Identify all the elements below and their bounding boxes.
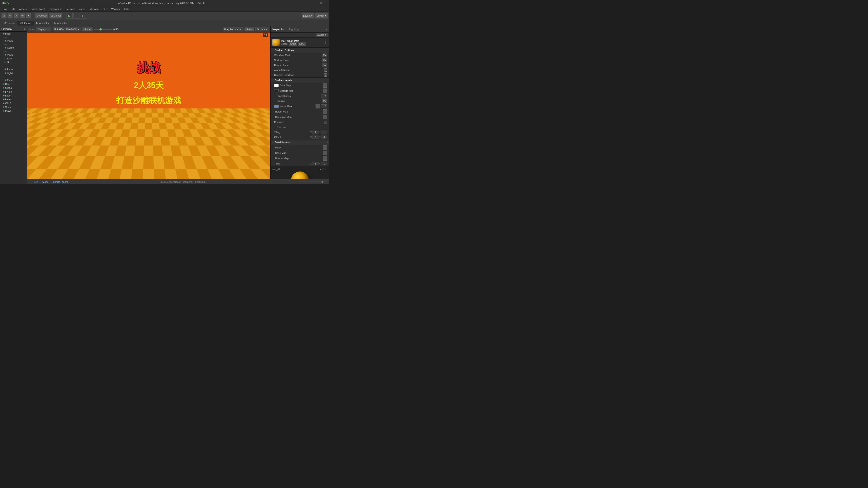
occlusion-map-texture[interactable] [323, 115, 327, 119]
hierarchy-item-game[interactable]: ◈ Game [0, 46, 27, 50]
tab-animation[interactable]: ▶ Animation [52, 21, 71, 25]
transform-rotate-tool[interactable]: ↺ [7, 13, 13, 19]
detail-tiling-x-input[interactable] [312, 162, 318, 165]
offset-x-input[interactable] [312, 135, 318, 139]
normal-map-swatch[interactable] [274, 105, 279, 108]
alpha-clipping-checkbox[interactable] [324, 68, 327, 72]
transform-all-tool[interactable]: ✦ [26, 13, 31, 19]
hierarchy-item-player3[interactable]: ◈ Playe [0, 67, 27, 71]
normal-map-texture[interactable] [315, 104, 320, 108]
hierarchy-item-global[interactable]: ◈ Globa [0, 86, 27, 90]
receive-shadows-checkbox[interactable]: ✓ [324, 73, 327, 76]
surface-inputs-header[interactable]: ▼ Surface Inputs [271, 78, 329, 83]
hierarchy-item-fx[interactable]: ◈ FX-sh [0, 90, 27, 94]
tiling-x-input[interactable] [312, 131, 318, 134]
pause-button[interactable]: ⏸ [73, 13, 80, 19]
hierarchy-item-player1[interactable]: ◈ Playe [0, 39, 27, 42]
hierarchy-item-player5[interactable]: ◈ Playe [0, 109, 27, 113]
hierarchy-item-lighting[interactable]: ◈ Lighti [0, 71, 27, 75]
scale-slider[interactable] [94, 29, 112, 30]
render-face-dropdown[interactable]: Fr▾ [322, 64, 327, 67]
scale-handle[interactable] [99, 28, 102, 31]
project-scale-slider[interactable] [298, 182, 326, 182]
hierarchy-item-obi[interactable]: ◈ Obi S [0, 101, 27, 105]
transform-move-tool[interactable]: ⊕ [1, 13, 6, 19]
step-button[interactable]: ⏭ [81, 13, 87, 19]
display-dropdown[interactable]: Display 1 ▾ [36, 27, 51, 31]
base-map-swatch[interactable] [274, 84, 279, 87]
menu-file[interactable]: File [1, 7, 8, 11]
menu-jobs[interactable]: Jobs [78, 7, 86, 11]
play-focused-button[interactable]: Play Focused ▾ [223, 27, 243, 31]
metallic-map-swatch[interactable] [274, 89, 279, 92]
tab-animator[interactable]: ▶ Animator [34, 21, 52, 25]
surface-options-header[interactable]: ▼ Surface Options [271, 48, 329, 53]
mat-dots-icon[interactable]: ⋯ [325, 168, 327, 170]
menu-help[interactable]: Help [123, 7, 131, 11]
minimize-button[interactable]: — [315, 1, 318, 5]
breadcrumb-dimian[interactable]: dimian_ceshi [53, 181, 68, 183]
mat-refresh-icon[interactable]: ↺ [322, 168, 324, 170]
transform-scale-tool[interactable]: ⤢ [13, 13, 19, 19]
resolution-dropdown[interactable]: Full HD (1920x1080) ▾ [53, 27, 81, 31]
mat-options-icon[interactable]: ⋮ [324, 41, 327, 44]
detail-tiling-y-input[interactable] [321, 162, 327, 165]
menu-edit[interactable]: Edit [9, 7, 17, 11]
surface-type-dropdown[interactable]: O▾ [322, 59, 327, 62]
menu-assets[interactable]: Assets [18, 7, 29, 11]
hierarchy-item-enviro[interactable]: ▷ Envir [0, 57, 27, 60]
metallic-map-texture[interactable] [323, 89, 327, 93]
inspector-menu-icon[interactable]: ≡ [326, 28, 327, 31]
mat-play-icon[interactable]: ▶ [320, 168, 321, 170]
hierarchy-item-directional[interactable]: ◈ Direc [0, 82, 27, 86]
play-focused-chevron-icon: ▾ [240, 28, 241, 31]
menu-gameobject[interactable]: GameObject [29, 7, 46, 11]
hierarchy-item-player4[interactable]: ◈ Playe [0, 78, 27, 82]
tab-scene[interactable]: 🎬 Scene [1, 21, 18, 25]
detail-base-map-texture[interactable] [323, 151, 327, 155]
close-button[interactable]: ✕ [324, 1, 327, 5]
gizmos-button[interactable]: Gizmos ▾ [255, 27, 269, 31]
detail-inputs-header[interactable]: ▼ Detail Inputs ℹ [271, 140, 329, 145]
breadcrumb-sun[interactable]: Sun [34, 181, 38, 183]
metallic-map-label: Metallic Map [280, 90, 322, 92]
emission-checkbox[interactable] [324, 121, 327, 124]
edit-button[interactable]: Edit... [298, 42, 306, 46]
tiling-fields: X Y [310, 131, 327, 134]
tab-game[interactable]: 🎮 Game [18, 21, 34, 26]
play-button[interactable]: ▶ [66, 13, 72, 19]
menu-hlz[interactable]: HLZ [101, 7, 109, 11]
lighting-tab[interactable]: Lighting [288, 27, 300, 31]
hierarchy-item-level1[interactable]: ◈ Level [0, 94, 27, 97]
menu-component[interactable]: Component [47, 7, 63, 11]
pivot-toggle[interactable]: ⊙ Center [35, 13, 49, 19]
layers-dropdown[interactable]: Layers ▾ [302, 13, 314, 19]
tiling-y-input[interactable] [321, 131, 327, 134]
menu-window[interactable]: Window [110, 7, 122, 11]
global-toggle[interactable]: ⊞ Global [49, 13, 62, 19]
hierarchy-item-main[interactable]: ◈ Main [0, 32, 27, 35]
hierarchy-item-ui[interactable]: ▷ UI [0, 60, 27, 64]
menu-edegago[interactable]: Edegago [87, 7, 100, 11]
menu-services[interactable]: Services [64, 7, 77, 11]
stats-button[interactable]: Stats [244, 27, 254, 31]
hierarchy-item-level2[interactable]: ◈ Level [0, 97, 27, 101]
workflow-mode-dropdown[interactable]: M▾ [322, 54, 327, 57]
hierarchy-item-scene[interactable]: ◈ Scene [0, 105, 27, 109]
source-dropdown[interactable]: M▾ [322, 99, 327, 103]
transform-rect-tool[interactable]: ▭ [20, 13, 25, 19]
detail-mask-texture[interactable] [323, 145, 327, 150]
detail-inputs-info-icon[interactable]: ℹ [327, 141, 328, 144]
detail-normal-map-texture[interactable] [323, 156, 327, 161]
hierarchy-menu-icon[interactable]: ≡ [24, 28, 26, 30]
base-map-texture[interactable] [323, 83, 327, 88]
hierarchy-item-player2[interactable]: ◈ Playe [0, 53, 27, 57]
breadcrumb-model[interactable]: Model [42, 181, 49, 183]
height-map-texture[interactable] [323, 109, 327, 114]
shader-dropdown[interactable]: Unive [289, 42, 297, 46]
maximize-button[interactable]: □ [319, 1, 323, 5]
smoothness-value[interactable]: 1 [321, 94, 327, 98]
offset-y-input[interactable] [321, 135, 327, 139]
normal-map-value[interactable]: 1 [321, 104, 327, 108]
layout-dropdown[interactable]: Layout ▾ [315, 13, 328, 19]
